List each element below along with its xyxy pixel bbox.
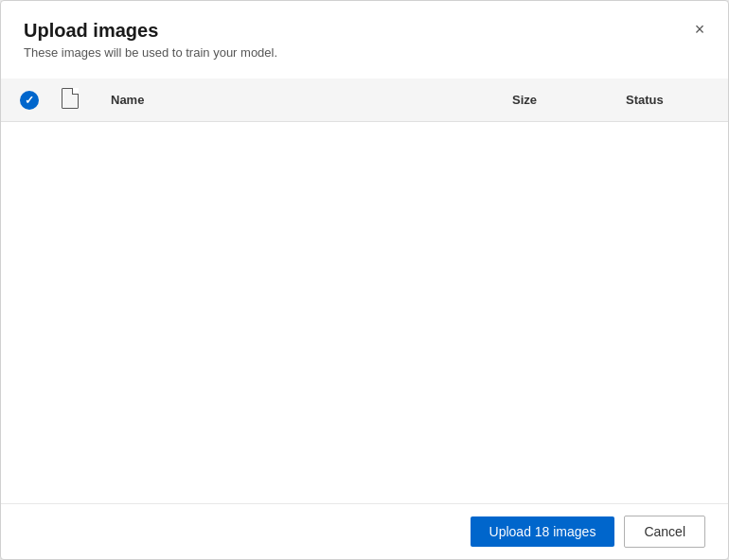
header-status: Status (614, 79, 728, 122)
dialog-title: Upload images (24, 20, 705, 42)
upload-button[interactable]: Upload 18 images (471, 516, 615, 547)
header-size: Size (501, 79, 614, 122)
cancel-button[interactable]: Cancel (624, 516, 705, 548)
header-thumb-cell (50, 79, 99, 122)
close-button[interactable]: × (686, 16, 713, 43)
upload-images-dialog: Upload images These images will be used … (0, 0, 729, 560)
dialog-subtitle: These images will be used to train your … (24, 45, 705, 60)
file-table: ✓ Name Size Status (1, 79, 728, 122)
file-list-container: ✓ Name Size Status (1, 79, 728, 503)
dialog-header: Upload images These images will be used … (1, 1, 728, 67)
file-icon (62, 88, 79, 109)
select-all-checkbox[interactable]: ✓ (20, 91, 39, 110)
header-checkbox-cell: ✓ (1, 79, 50, 122)
table-header-row: ✓ Name Size Status (1, 79, 728, 122)
header-name: Name (99, 79, 501, 122)
dialog-footer: Upload 18 images Cancel (1, 503, 728, 559)
